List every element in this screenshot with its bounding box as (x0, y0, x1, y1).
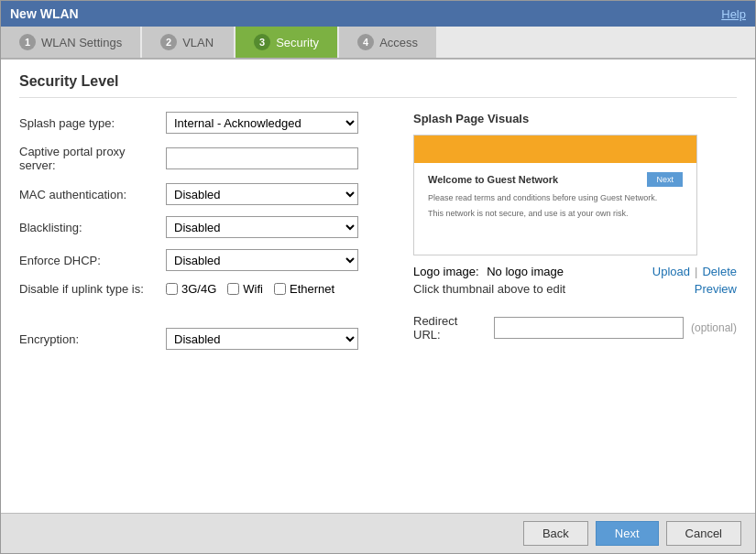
splash-next-btn[interactable]: Next (647, 172, 683, 187)
splash-preview[interactable]: Welcome to Guest Network Next Please rea… (413, 135, 697, 255)
preview-link[interactable]: Preview (695, 282, 737, 296)
optional-text: (optional) (691, 321, 737, 334)
redirect-label: Redirect URL: (413, 314, 487, 342)
splash-welcome-text: Welcome to Guest Network (428, 174, 558, 185)
section-title: Security Level (19, 73, 737, 98)
logo-separator: | (695, 265, 697, 278)
left-panel: Splash page type: Internal - Acknowledge… (19, 112, 386, 361)
back-button[interactable]: Back (523, 521, 588, 546)
splash-text2: This network is not secure, and use is a… (428, 208, 683, 220)
logo-info: Logo image: No logo image Upload | Delet… (413, 265, 737, 278)
checkbox-3g4g-input[interactable] (166, 283, 178, 295)
checkbox-3g4g[interactable]: 3G/4G (166, 282, 216, 296)
mac-auth-control: Disabled Enabled (166, 183, 386, 205)
checkbox-wifi-label: Wifi (243, 282, 263, 296)
splash-preview-body: Welcome to Guest Network Next Please rea… (414, 163, 696, 255)
tab-num-2: 2 (160, 34, 177, 50)
captive-portal-control (166, 147, 386, 169)
blacklisting-control: Disabled Enabled (166, 216, 386, 238)
splash-page-type-control: Internal - Acknowledged None External (166, 112, 386, 134)
checkbox-wifi[interactable]: Wifi (227, 282, 263, 296)
encryption-label: Encryption: (19, 332, 166, 346)
tab-num-4: 4 (357, 34, 374, 50)
blacklisting-row: Blacklisting: Disabled Enabled (19, 216, 386, 238)
checkbox-3g4g-label: 3G/4G (181, 282, 216, 296)
disable-uplink-label: Disable if uplink type is: (19, 282, 166, 296)
tab-label-security: Security (276, 36, 319, 49)
blacklisting-label: Blacklisting: (19, 221, 166, 234)
checkbox-wifi-input[interactable] (227, 283, 239, 295)
tab-access[interactable]: 4 Access (339, 27, 436, 58)
uplink-checkboxes: 3G/4G Wifi Ethernet (166, 282, 386, 296)
click-hint: Click thumbnail above to edit Preview (413, 282, 737, 296)
enforce-dhcp-control: Disabled Enabled (166, 249, 386, 271)
delete-link[interactable]: Delete (702, 265, 737, 278)
logo-info-left: Logo image: No logo image (413, 265, 564, 278)
tab-label-wlan: WLAN Settings (41, 36, 122, 49)
checkbox-ethernet-label: Ethernet (290, 282, 334, 296)
splash-visuals-title: Splash Page Visuals (413, 112, 737, 125)
tab-bar: 1 WLAN Settings 2 VLAN 3 Security 4 Acce… (1, 27, 755, 60)
encryption-control: Disabled WPA2 WPA (166, 328, 386, 350)
cancel-button[interactable]: Cancel (666, 521, 741, 546)
mac-auth-label: MAC authentication: (19, 188, 166, 201)
splash-text1: Please read terms and conditions before … (428, 192, 683, 204)
enforce-dhcp-row: Enforce DHCP: Disabled Enabled (19, 249, 386, 271)
tab-vlan[interactable]: 2 VLAN (142, 27, 234, 58)
blacklisting-select[interactable]: Disabled Enabled (166, 216, 358, 238)
checkbox-ethernet[interactable]: Ethernet (274, 282, 334, 296)
splash-page-type-select[interactable]: Internal - Acknowledged None External (166, 112, 358, 134)
next-button[interactable]: Next (596, 521, 659, 546)
captive-portal-row: Captive portal proxyserver: (19, 145, 386, 172)
footer: Back Next Cancel (1, 513, 755, 553)
enforce-dhcp-label: Enforce DHCP: (19, 254, 166, 267)
mac-auth-select[interactable]: Disabled Enabled (166, 183, 358, 205)
main-layout: Splash page type: Internal - Acknowledge… (19, 112, 737, 361)
logo-actions: Upload | Delete (652, 265, 737, 278)
logo-value: No logo image (487, 265, 564, 278)
tab-num-3: 3 (254, 34, 270, 50)
encryption-section: Encryption: Disabled WPA2 WPA (19, 314, 386, 350)
encryption-row: Encryption: Disabled WPA2 WPA (19, 328, 386, 350)
help-link[interactable]: Help (721, 7, 746, 21)
captive-portal-input[interactable] (166, 147, 358, 169)
checkbox-ethernet-input[interactable] (274, 283, 286, 295)
click-hint-text: Click thumbnail above to edit (413, 282, 565, 296)
tab-wlan-settings[interactable]: 1 WLAN Settings (1, 27, 140, 58)
tab-label-access: Access (379, 36, 418, 49)
disable-uplink-row: Disable if uplink type is: 3G/4G Wifi (19, 282, 386, 296)
title-bar: New WLAN Help (1, 1, 755, 27)
enforce-dhcp-select[interactable]: Disabled Enabled (166, 249, 358, 271)
logo-label: Logo image: (413, 265, 479, 278)
redirect-input[interactable] (494, 317, 684, 339)
splash-orange-bar (414, 136, 696, 163)
redirect-row: Redirect URL: (optional) (413, 314, 737, 342)
captive-portal-label: Captive portal proxyserver: (19, 145, 166, 172)
upload-link[interactable]: Upload (652, 265, 690, 278)
tab-num-1: 1 (19, 34, 36, 50)
splash-welcome-row: Welcome to Guest Network Next (428, 172, 683, 187)
right-panel: Splash Page Visuals Welcome to Guest Net… (413, 112, 737, 361)
splash-page-type-label: Splash page type: (19, 116, 166, 130)
main-window: New WLAN Help 1 WLAN Settings 2 VLAN 3 S… (0, 0, 756, 554)
tab-security[interactable]: 3 Security (236, 27, 337, 58)
splash-page-type-row: Splash page type: Internal - Acknowledge… (19, 112, 386, 134)
encryption-select[interactable]: Disabled WPA2 WPA (166, 328, 358, 350)
content-area: Security Level Splash page type: Interna… (1, 60, 755, 513)
window-title: New WLAN (10, 6, 79, 21)
mac-auth-row: MAC authentication: Disabled Enabled (19, 183, 386, 205)
tab-label-vlan: VLAN (182, 36, 214, 49)
